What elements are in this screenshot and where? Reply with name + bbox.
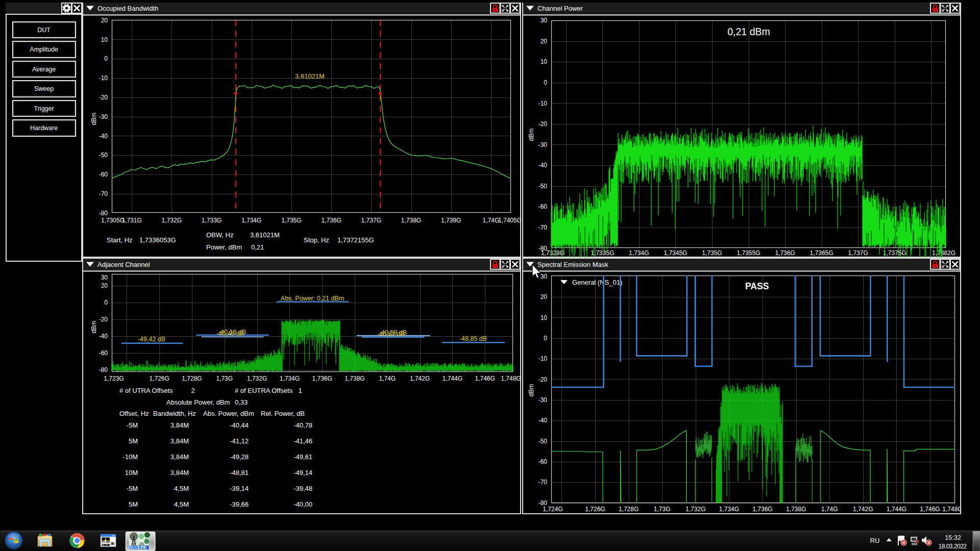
svg-text:1,748G: 1,748G [942, 506, 961, 513]
svg-text:1,734G: 1,734G [629, 249, 649, 257]
svg-text:20: 20 [541, 38, 548, 45]
svg-text:1,7345G: 1,7345G [664, 249, 687, 257]
svg-text:1,7405G: 1,7405G [498, 217, 521, 224]
svg-text:PASS: PASS [745, 281, 769, 291]
svg-text:Offset, Hz: Offset, Hz [119, 410, 149, 417]
svg-text:3,84M: 3,84M [170, 421, 189, 429]
svg-text:Power, dBm: Power, dBm [206, 243, 242, 251]
svg-text:-40,78: -40,78 [293, 421, 312, 429]
svg-text:0: 0 [104, 299, 108, 306]
svg-text:-70: -70 [538, 224, 548, 231]
svg-text:1,726G: 1,726G [585, 506, 605, 513]
svg-text:1,744G: 1,744G [443, 375, 462, 382]
svg-text:1,7372155G: 1,7372155G [337, 236, 374, 244]
svg-text:-50: -50 [538, 183, 548, 190]
svg-text:0: 0 [544, 335, 547, 342]
svg-text:1,7365G: 1,7365G [810, 249, 834, 257]
svg-text:1,732G: 1,732G [162, 217, 182, 224]
svg-text:Channel Power: Channel Power [537, 5, 583, 12]
svg-text:1,739G: 1,739G [441, 217, 461, 224]
svg-text:Stop, Hz: Stop, Hz [304, 236, 329, 244]
svg-text:Abs. Power: 0,21 dBm: Abs. Power: 0,21 dBm [281, 295, 344, 302]
svg-text:-39,48: -39,48 [293, 485, 312, 492]
svg-text:LTE: LTE [138, 544, 146, 550]
svg-text:-30: -30 [99, 113, 108, 120]
svg-text:3,61021M: 3,61021M [295, 72, 325, 80]
svg-text:0: 0 [544, 79, 547, 86]
svg-text:10: 10 [541, 58, 548, 65]
svg-text:1,736G: 1,736G [752, 506, 772, 513]
svg-text:1,737G: 1,737G [848, 249, 868, 257]
svg-text:1,738G: 1,738G [401, 217, 421, 224]
svg-text:-39,66: -39,66 [230, 500, 249, 508]
svg-text:-20: -20 [99, 94, 108, 101]
svg-text:0: 0 [104, 55, 108, 62]
svg-text:1: 1 [298, 387, 302, 394]
svg-text:1,732G: 1,732G [247, 375, 267, 382]
svg-text:0,21: 0,21 [251, 243, 264, 251]
svg-text:-80: -80 [99, 366, 108, 373]
svg-text:1,728G: 1,728G [619, 506, 639, 513]
svg-text:Absolute Power, dBm: Absolute Power, dBm [166, 398, 230, 406]
svg-text:1,734G: 1,734G [241, 217, 261, 224]
svg-text:dBm: dBm [90, 321, 97, 334]
svg-text:-49,28: -49,28 [230, 453, 249, 461]
svg-text:-50: -50 [99, 152, 108, 159]
svg-text:1,7336053G: 1,7336053G [139, 236, 176, 244]
svg-text:4,5M: 4,5M [174, 500, 189, 508]
svg-text:-40: -40 [99, 333, 108, 340]
svg-text:1,724G: 1,724G [543, 506, 562, 513]
svg-text:-41,12: -41,12 [230, 437, 249, 445]
svg-text:1,7305G: 1,7305G [101, 217, 125, 224]
svg-text:3,61021M: 3,61021M [250, 231, 280, 239]
svg-text:20: 20 [541, 293, 548, 300]
svg-text:1,73G: 1,73G [216, 375, 233, 382]
svg-text:1,734G: 1,734G [719, 506, 739, 513]
svg-text:4,5M: 4,5M [174, 485, 189, 492]
svg-text:dBm: dBm [528, 384, 535, 397]
svg-text:5M: 5M [129, 500, 138, 508]
svg-text:-10: -10 [538, 100, 548, 107]
svg-text:-39,14: -39,14 [230, 485, 249, 492]
svg-text:-40: -40 [538, 417, 548, 424]
svg-text:-20: -20 [538, 376, 548, 383]
svg-text:0,33: 0,33 [235, 398, 248, 406]
svg-text:-20: -20 [99, 316, 108, 323]
svg-text:18.03.2022: 18.03.2022 [938, 543, 967, 550]
svg-text:Start, Hz: Start, Hz [107, 236, 133, 244]
svg-text:1,738G: 1,738G [345, 375, 364, 382]
svg-text:Rel. Power, dB: Rel. Power, dB [261, 410, 305, 417]
svg-text:-30: -30 [538, 396, 548, 404]
svg-text:-40: -40 [99, 133, 108, 140]
svg-text:1,737G: 1,737G [361, 217, 381, 224]
svg-text:10: 10 [541, 314, 548, 321]
svg-text:Abs. Power, dBm: Abs. Power, dBm [203, 410, 254, 417]
svg-text:3,84M: 3,84M [170, 469, 189, 477]
svg-text:-40,44: -40,44 [230, 421, 249, 429]
svg-text:1,74G: 1,74G [379, 375, 396, 382]
svg-text:1,736G: 1,736G [321, 217, 341, 224]
svg-text:-70: -70 [99, 190, 108, 197]
svg-text:1,746G: 1,746G [475, 375, 495, 382]
svg-text:-40,00: -40,00 [293, 500, 312, 508]
svg-text:1,7335G: 1,7335G [591, 249, 614, 257]
svg-text:-48,81: -48,81 [230, 469, 249, 477]
svg-text:1,7355G: 1,7355G [737, 249, 760, 257]
svg-text:20: 20 [101, 282, 108, 289]
svg-text:-41,46: -41,46 [293, 437, 312, 445]
svg-text:1,736G: 1,736G [312, 375, 332, 382]
svg-text:-10M: -10M [122, 453, 138, 461]
svg-text:-60: -60 [538, 203, 548, 210]
svg-text:General (NS_01): General (NS_01) [572, 279, 622, 286]
svg-text:-60: -60 [99, 171, 108, 178]
svg-text:1,732G: 1,732G [685, 506, 705, 513]
svg-text:Bandwidth, Hz: Bandwidth, Hz [153, 410, 196, 417]
svg-text:-40: -40 [538, 162, 548, 169]
svg-text:dBm: dBm [528, 129, 535, 141]
svg-text:-20: -20 [538, 120, 548, 128]
svg-text:-48,85 dB: -48,85 dB [459, 335, 487, 342]
svg-text:1,742G: 1,742G [853, 506, 873, 513]
svg-text:-30: -30 [538, 141, 548, 148]
svg-text:1,735G: 1,735G [281, 217, 301, 224]
svg-text:-49,42 dB: -49,42 dB [138, 336, 165, 343]
